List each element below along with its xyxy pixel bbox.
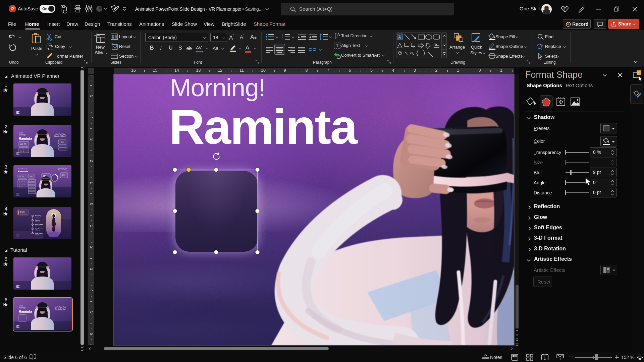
svg-text:5 minutes: 5 minutes <box>35 217 40 218</box>
svg-text:P: P <box>11 6 14 11</box>
svg-text:5 minutes: 5 minutes <box>35 234 40 235</box>
svg-text:Wonderful Day!: Wonderful Day! <box>54 135 66 137</box>
svg-text:07:00: 07:00 <box>20 143 26 145</box>
svg-text:Morning!: Morning! <box>19 134 25 136</box>
svg-text:Raminta: Raminta <box>19 137 32 140</box>
svg-text:Wonderful Day!: Wonderful Day! <box>58 169 67 171</box>
svg-text:07:00: 07:00 <box>19 175 24 177</box>
svg-text:A: A <box>337 33 340 37</box>
svg-text:Good Morning!: Good Morning! <box>18 168 27 170</box>
svg-text:c: c <box>541 47 542 50</box>
svg-text:3 sets x 12: 3 sets x 12 <box>35 230 40 231</box>
svg-text:3 sets x 10: 3 sets x 10 <box>35 225 40 227</box>
svg-text:26: 26 <box>30 175 33 177</box>
svg-text:2: 2 <box>282 36 283 38</box>
svg-text:Raminta: Raminta <box>19 310 32 313</box>
svg-text:Gym: Gym <box>20 211 24 213</box>
svg-text:3: 3 <box>282 39 283 41</box>
svg-text:26: 26 <box>61 141 64 143</box>
svg-text:Raminta: Raminta <box>18 170 29 173</box>
svg-text:3 sets x 12: 3 sets x 12 <box>35 221 40 222</box>
svg-text:Wonderful Day!: Wonderful Day! <box>55 308 66 310</box>
svg-text:1: 1 <box>282 34 283 36</box>
svg-text:26: 26 <box>62 174 65 176</box>
svg-text:23°: 23° <box>43 175 46 177</box>
svg-text:16:00 - 17:00: 16:00 - 17:00 <box>20 214 27 215</box>
svg-text:Morning!: Morning! <box>19 307 25 309</box>
svg-text:A: A <box>398 35 401 39</box>
